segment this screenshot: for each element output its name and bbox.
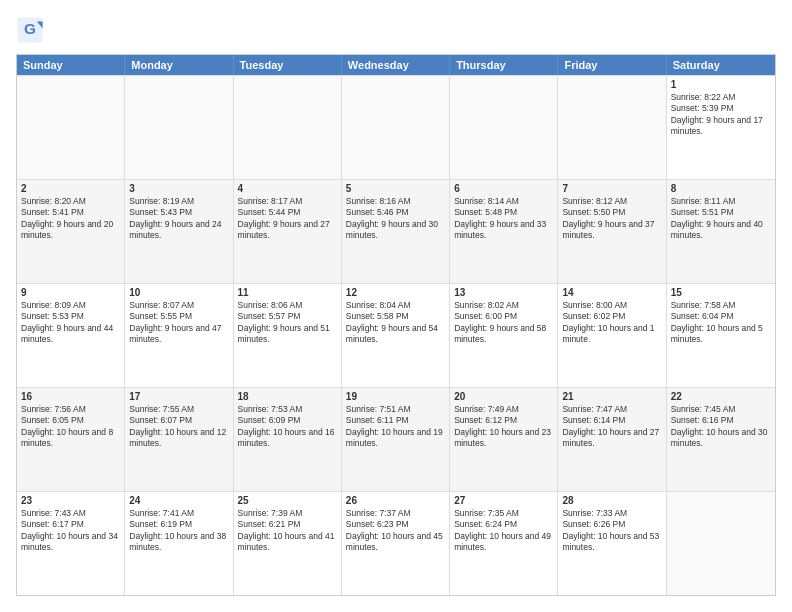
day-number: 14 (562, 287, 661, 298)
day-number: 6 (454, 183, 553, 194)
calendar-header: SundayMondayTuesdayWednesdayThursdayFrid… (17, 55, 775, 75)
day-cell-12: 12Sunrise: 8:04 AM Sunset: 5:58 PM Dayli… (342, 284, 450, 387)
day-cell-27: 27Sunrise: 7:35 AM Sunset: 6:24 PM Dayli… (450, 492, 558, 595)
day-number: 4 (238, 183, 337, 194)
day-number: 21 (562, 391, 661, 402)
day-cell-6: 6Sunrise: 8:14 AM Sunset: 5:48 PM Daylig… (450, 180, 558, 283)
calendar-row-3: 9Sunrise: 8:09 AM Sunset: 5:53 PM Daylig… (17, 283, 775, 387)
day-number: 13 (454, 287, 553, 298)
empty-cell (125, 76, 233, 179)
day-number: 18 (238, 391, 337, 402)
day-info: Sunrise: 7:47 AM Sunset: 6:14 PM Dayligh… (562, 404, 661, 450)
header: G (16, 16, 776, 44)
day-cell-11: 11Sunrise: 8:06 AM Sunset: 5:57 PM Dayli… (234, 284, 342, 387)
day-number: 22 (671, 391, 771, 402)
header-day-friday: Friday (558, 55, 666, 75)
header-day-thursday: Thursday (450, 55, 558, 75)
day-cell-20: 20Sunrise: 7:49 AM Sunset: 6:12 PM Dayli… (450, 388, 558, 491)
day-cell-2: 2Sunrise: 8:20 AM Sunset: 5:41 PM Daylig… (17, 180, 125, 283)
day-cell-1: 1Sunrise: 8:22 AM Sunset: 5:39 PM Daylig… (667, 76, 775, 179)
day-info: Sunrise: 7:35 AM Sunset: 6:24 PM Dayligh… (454, 508, 553, 554)
day-number: 26 (346, 495, 445, 506)
day-info: Sunrise: 7:41 AM Sunset: 6:19 PM Dayligh… (129, 508, 228, 554)
empty-cell (450, 76, 558, 179)
day-info: Sunrise: 8:20 AM Sunset: 5:41 PM Dayligh… (21, 196, 120, 242)
day-info: Sunrise: 8:00 AM Sunset: 6:02 PM Dayligh… (562, 300, 661, 346)
day-cell-21: 21Sunrise: 7:47 AM Sunset: 6:14 PM Dayli… (558, 388, 666, 491)
day-number: 8 (671, 183, 771, 194)
day-number: 5 (346, 183, 445, 194)
day-cell-5: 5Sunrise: 8:16 AM Sunset: 5:46 PM Daylig… (342, 180, 450, 283)
day-info: Sunrise: 7:45 AM Sunset: 6:16 PM Dayligh… (671, 404, 771, 450)
day-number: 28 (562, 495, 661, 506)
day-info: Sunrise: 8:09 AM Sunset: 5:53 PM Dayligh… (21, 300, 120, 346)
svg-text:G: G (24, 20, 36, 37)
day-info: Sunrise: 8:14 AM Sunset: 5:48 PM Dayligh… (454, 196, 553, 242)
day-info: Sunrise: 8:11 AM Sunset: 5:51 PM Dayligh… (671, 196, 771, 242)
day-cell-18: 18Sunrise: 7:53 AM Sunset: 6:09 PM Dayli… (234, 388, 342, 491)
calendar-row-5: 23Sunrise: 7:43 AM Sunset: 6:17 PM Dayli… (17, 491, 775, 595)
day-number: 20 (454, 391, 553, 402)
day-number: 27 (454, 495, 553, 506)
day-info: Sunrise: 7:37 AM Sunset: 6:23 PM Dayligh… (346, 508, 445, 554)
day-info: Sunrise: 7:43 AM Sunset: 6:17 PM Dayligh… (21, 508, 120, 554)
day-cell-15: 15Sunrise: 7:58 AM Sunset: 6:04 PM Dayli… (667, 284, 775, 387)
day-info: Sunrise: 8:04 AM Sunset: 5:58 PM Dayligh… (346, 300, 445, 346)
empty-cell (558, 76, 666, 179)
day-cell-25: 25Sunrise: 7:39 AM Sunset: 6:21 PM Dayli… (234, 492, 342, 595)
header-day-saturday: Saturday (667, 55, 775, 75)
header-day-wednesday: Wednesday (342, 55, 450, 75)
day-cell-16: 16Sunrise: 7:56 AM Sunset: 6:05 PM Dayli… (17, 388, 125, 491)
day-number: 10 (129, 287, 228, 298)
day-number: 7 (562, 183, 661, 194)
day-number: 12 (346, 287, 445, 298)
calendar-row-2: 2Sunrise: 8:20 AM Sunset: 5:41 PM Daylig… (17, 179, 775, 283)
calendar-body: 1Sunrise: 8:22 AM Sunset: 5:39 PM Daylig… (17, 75, 775, 595)
empty-cell (667, 492, 775, 595)
day-cell-24: 24Sunrise: 7:41 AM Sunset: 6:19 PM Dayli… (125, 492, 233, 595)
day-info: Sunrise: 7:56 AM Sunset: 6:05 PM Dayligh… (21, 404, 120, 450)
day-info: Sunrise: 7:33 AM Sunset: 6:26 PM Dayligh… (562, 508, 661, 554)
day-cell-3: 3Sunrise: 8:19 AM Sunset: 5:43 PM Daylig… (125, 180, 233, 283)
day-cell-10: 10Sunrise: 8:07 AM Sunset: 5:55 PM Dayli… (125, 284, 233, 387)
day-cell-14: 14Sunrise: 8:00 AM Sunset: 6:02 PM Dayli… (558, 284, 666, 387)
day-info: Sunrise: 8:19 AM Sunset: 5:43 PM Dayligh… (129, 196, 228, 242)
header-day-monday: Monday (125, 55, 233, 75)
day-info: Sunrise: 7:55 AM Sunset: 6:07 PM Dayligh… (129, 404, 228, 450)
day-cell-28: 28Sunrise: 7:33 AM Sunset: 6:26 PM Dayli… (558, 492, 666, 595)
day-info: Sunrise: 8:06 AM Sunset: 5:57 PM Dayligh… (238, 300, 337, 346)
day-info: Sunrise: 7:53 AM Sunset: 6:09 PM Dayligh… (238, 404, 337, 450)
day-number: 9 (21, 287, 120, 298)
calendar-row-1: 1Sunrise: 8:22 AM Sunset: 5:39 PM Daylig… (17, 75, 775, 179)
day-number: 1 (671, 79, 771, 90)
day-number: 19 (346, 391, 445, 402)
day-info: Sunrise: 8:07 AM Sunset: 5:55 PM Dayligh… (129, 300, 228, 346)
calendar-row-4: 16Sunrise: 7:56 AM Sunset: 6:05 PM Dayli… (17, 387, 775, 491)
logo-icon: G (16, 16, 44, 44)
calendar: SundayMondayTuesdayWednesdayThursdayFrid… (16, 54, 776, 596)
day-info: Sunrise: 8:02 AM Sunset: 6:00 PM Dayligh… (454, 300, 553, 346)
day-cell-4: 4Sunrise: 8:17 AM Sunset: 5:44 PM Daylig… (234, 180, 342, 283)
page: G SundayMondayTuesdayWednesdayThursdayFr… (0, 0, 792, 612)
day-info: Sunrise: 8:12 AM Sunset: 5:50 PM Dayligh… (562, 196, 661, 242)
day-info: Sunrise: 8:17 AM Sunset: 5:44 PM Dayligh… (238, 196, 337, 242)
day-number: 16 (21, 391, 120, 402)
day-cell-17: 17Sunrise: 7:55 AM Sunset: 6:07 PM Dayli… (125, 388, 233, 491)
day-number: 25 (238, 495, 337, 506)
day-info: Sunrise: 8:22 AM Sunset: 5:39 PM Dayligh… (671, 92, 771, 138)
day-info: Sunrise: 7:39 AM Sunset: 6:21 PM Dayligh… (238, 508, 337, 554)
day-cell-13: 13Sunrise: 8:02 AM Sunset: 6:00 PM Dayli… (450, 284, 558, 387)
day-cell-8: 8Sunrise: 8:11 AM Sunset: 5:51 PM Daylig… (667, 180, 775, 283)
day-number: 2 (21, 183, 120, 194)
day-cell-22: 22Sunrise: 7:45 AM Sunset: 6:16 PM Dayli… (667, 388, 775, 491)
header-day-tuesday: Tuesday (234, 55, 342, 75)
day-info: Sunrise: 7:58 AM Sunset: 6:04 PM Dayligh… (671, 300, 771, 346)
empty-cell (234, 76, 342, 179)
day-number: 24 (129, 495, 228, 506)
day-cell-7: 7Sunrise: 8:12 AM Sunset: 5:50 PM Daylig… (558, 180, 666, 283)
day-number: 23 (21, 495, 120, 506)
day-cell-9: 9Sunrise: 8:09 AM Sunset: 5:53 PM Daylig… (17, 284, 125, 387)
day-number: 17 (129, 391, 228, 402)
day-info: Sunrise: 8:16 AM Sunset: 5:46 PM Dayligh… (346, 196, 445, 242)
day-number: 11 (238, 287, 337, 298)
